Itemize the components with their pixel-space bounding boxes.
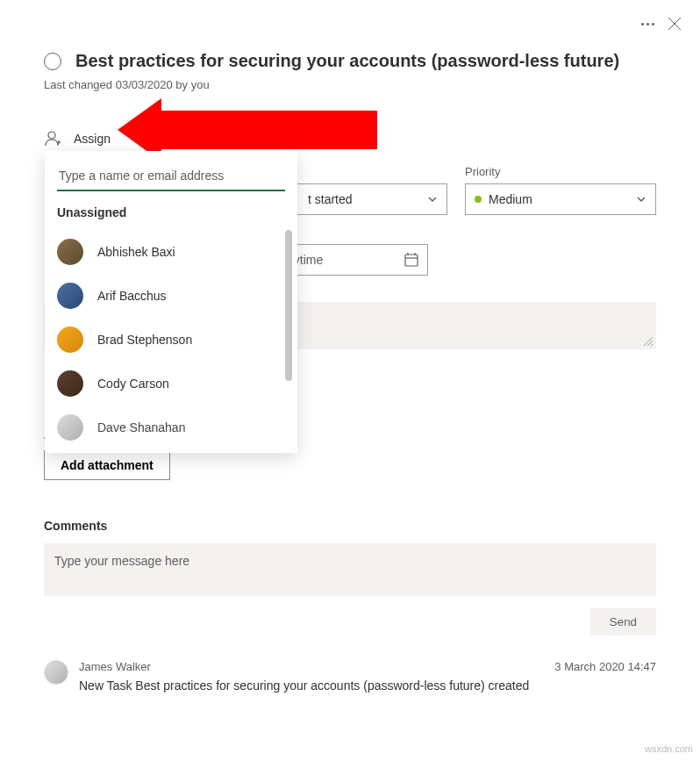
person-add-icon — [44, 130, 61, 147]
close-icon[interactable] — [668, 18, 681, 30]
priority-select[interactable]: Medium — [465, 183, 656, 215]
person-name: Brad Stephenson — [97, 333, 192, 347]
svg-line-11 — [651, 344, 653, 346]
person-option[interactable]: Arif Bacchus — [57, 274, 285, 318]
resize-grip-icon[interactable] — [644, 337, 653, 346]
avatar — [57, 283, 83, 309]
avatar — [44, 660, 68, 685]
assign-button[interactable]: Assign — [44, 130, 656, 147]
add-attachment-button[interactable]: Add attachment — [44, 450, 170, 480]
progress-value: t started — [308, 192, 353, 206]
avatar — [57, 370, 83, 397]
task-title[interactable]: Best practices for securing your account… — [75, 51, 619, 71]
person-name: Arif Bacchus — [97, 289, 167, 303]
watermark: wsxdn.com — [645, 743, 693, 754]
comment-author: James Walker — [79, 660, 151, 673]
assign-dropdown: Unassigned Abhishek Baxi Arif Bacchus Br… — [45, 151, 297, 453]
last-changed-text: Last changed 03/03/2020 by you — [44, 78, 656, 91]
assign-search-input[interactable] — [57, 162, 285, 191]
comment-date: 3 March 2020 14:47 — [554, 660, 656, 673]
priority-dot-icon — [475, 196, 482, 203]
more-options-button[interactable] — [641, 23, 654, 25]
person-name: Abhishek Baxi — [97, 245, 175, 259]
svg-rect-5 — [405, 255, 418, 266]
calendar-icon — [404, 253, 418, 267]
person-option[interactable]: Cody Carson — [57, 362, 285, 406]
comment-input[interactable]: Type your message here — [44, 543, 656, 596]
comments-title: Comments — [44, 519, 656, 533]
chevron-down-icon — [636, 194, 646, 205]
avatar — [57, 414, 83, 441]
person-option[interactable]: Brad Stephenson — [57, 318, 285, 362]
person-name: Dave Shanahan — [97, 420, 185, 434]
unassigned-heading: Unassigned — [57, 205, 285, 219]
comment-item: James Walker 3 March 2020 14:47 New Task… — [44, 660, 656, 693]
person-option[interactable]: Abhishek Baxi — [57, 230, 285, 274]
person-option[interactable]: Dave Shanahan — [57, 406, 285, 449]
scrollbar-thumb[interactable] — [285, 230, 292, 381]
send-button[interactable]: Send — [590, 608, 656, 635]
chevron-down-icon — [427, 194, 438, 205]
avatar — [57, 327, 83, 353]
assign-label: Assign — [74, 132, 111, 146]
priority-value: Medium — [489, 192, 532, 206]
comment-text: New Task Best practices for securing you… — [79, 678, 656, 693]
person-name: Cody Carson — [97, 377, 169, 391]
complete-task-checkbox[interactable] — [44, 53, 61, 70]
priority-label: Priority — [465, 165, 656, 178]
svg-point-2 — [48, 132, 55, 139]
avatar — [57, 239, 83, 265]
